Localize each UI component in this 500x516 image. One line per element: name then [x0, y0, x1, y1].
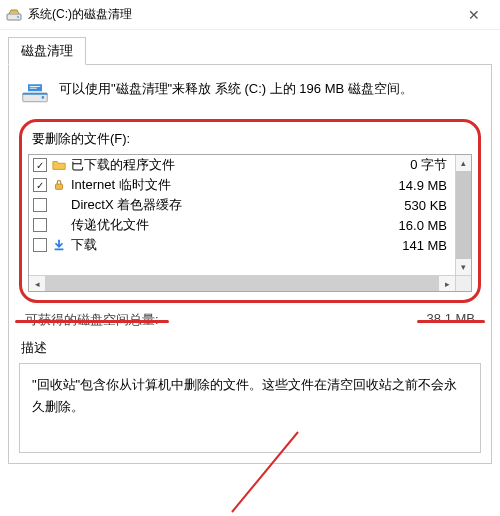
scroll-up-icon[interactable]: ▴ — [456, 155, 471, 171]
scroll-right-icon[interactable]: ▸ — [439, 276, 455, 291]
svg-point-4 — [42, 96, 45, 99]
file-name: 下载 — [71, 236, 371, 254]
svg-rect-8 — [56, 184, 63, 189]
file-size: 141 MB — [371, 238, 451, 253]
list-item[interactable]: 下载 141 MB — [29, 235, 455, 255]
lock-icon — [51, 177, 67, 193]
tab-page: 可以使用"磁盘清理"来释放 系统 (C:) 上的 196 MB 磁盘空间。 要删… — [8, 64, 492, 464]
list-item[interactable]: 传递优化文件 16.0 MB — [29, 215, 455, 235]
tabstrip: 磁盘清理 可以使用"磁盘清理"来释放 系统 (C:) 上的 196 MB 磁盘空… — [8, 36, 492, 464]
horizontal-scrollbar[interactable]: ◂ ▸ — [29, 275, 455, 291]
folder-icon — [51, 157, 67, 173]
file-list: 已下载的程序文件 0 字节 Internet 临时文件 14.9 MB — [28, 154, 472, 292]
description-box: "回收站"包含你从计算机中删除的文件。这些文件在清空回收站之前不会永久删除。 — [19, 363, 481, 453]
drive-cleanup-icon — [6, 7, 22, 23]
checkbox[interactable] — [33, 238, 47, 252]
file-size: 530 KB — [371, 198, 451, 213]
window-title: 系统(C:)的磁盘清理 — [28, 6, 454, 23]
summary-row: 可获得的磁盘空间总量: 38.1 MB — [19, 309, 481, 331]
download-icon — [51, 237, 67, 253]
files-group-label: 要删除的文件(F): — [32, 130, 472, 148]
files-group-highlight: 要删除的文件(F): 已下载的程序文件 0 字节 — [19, 119, 481, 303]
scroll-left-icon[interactable]: ◂ — [29, 276, 45, 291]
tab-disk-cleanup[interactable]: 磁盘清理 — [8, 37, 86, 65]
blank-icon — [51, 217, 67, 233]
scroll-track[interactable] — [45, 276, 439, 291]
checkbox[interactable] — [33, 178, 47, 192]
svg-rect-3 — [23, 93, 48, 95]
checkbox[interactable] — [33, 158, 47, 172]
intro-text: 可以使用"磁盘清理"来释放 系统 (C:) 上的 196 MB 磁盘空间。 — [59, 79, 413, 100]
list-item[interactable]: DirectX 着色器缓存 530 KB — [29, 195, 455, 215]
blank-icon — [51, 197, 67, 213]
file-list-viewport: 已下载的程序文件 0 字节 Internet 临时文件 14.9 MB — [29, 155, 455, 275]
intro-row: 可以使用"磁盘清理"来释放 系统 (C:) 上的 196 MB 磁盘空间。 — [19, 75, 481, 119]
checkbox[interactable] — [33, 198, 47, 212]
list-item[interactable]: 已下载的程序文件 0 字节 — [29, 155, 455, 175]
svg-point-1 — [17, 16, 19, 18]
list-item[interactable]: Internet 临时文件 14.9 MB — [29, 175, 455, 195]
description-heading: 描述 — [21, 339, 481, 357]
close-button[interactable]: ✕ — [454, 7, 494, 23]
scroll-down-icon[interactable]: ▾ — [456, 259, 471, 275]
file-size: 0 字节 — [371, 156, 451, 174]
vertical-scrollbar[interactable]: ▴ ▾ — [455, 155, 471, 275]
scroll-thumb[interactable] — [456, 171, 471, 259]
scrollbar-corner — [455, 275, 471, 291]
checkbox[interactable] — [33, 218, 47, 232]
summary-value: 38.1 MB — [427, 311, 475, 329]
file-name: 已下载的程序文件 — [71, 156, 371, 174]
svg-rect-7 — [30, 88, 37, 89]
file-name: 传递优化文件 — [71, 216, 371, 234]
description-text: "回收站"包含你从计算机中删除的文件。这些文件在清空回收站之前不会永久删除。 — [32, 377, 457, 414]
drive-icon — [21, 79, 49, 107]
file-size: 14.9 MB — [371, 178, 451, 193]
titlebar: 系统(C:)的磁盘清理 ✕ — [0, 0, 500, 30]
file-name: DirectX 着色器缓存 — [71, 196, 371, 214]
file-name: Internet 临时文件 — [71, 176, 371, 194]
file-size: 16.0 MB — [371, 218, 451, 233]
tab-label: 磁盘清理 — [21, 43, 73, 58]
svg-rect-9 — [55, 249, 64, 251]
summary-label: 可获得的磁盘空间总量: — [25, 311, 159, 329]
svg-rect-6 — [30, 86, 41, 87]
